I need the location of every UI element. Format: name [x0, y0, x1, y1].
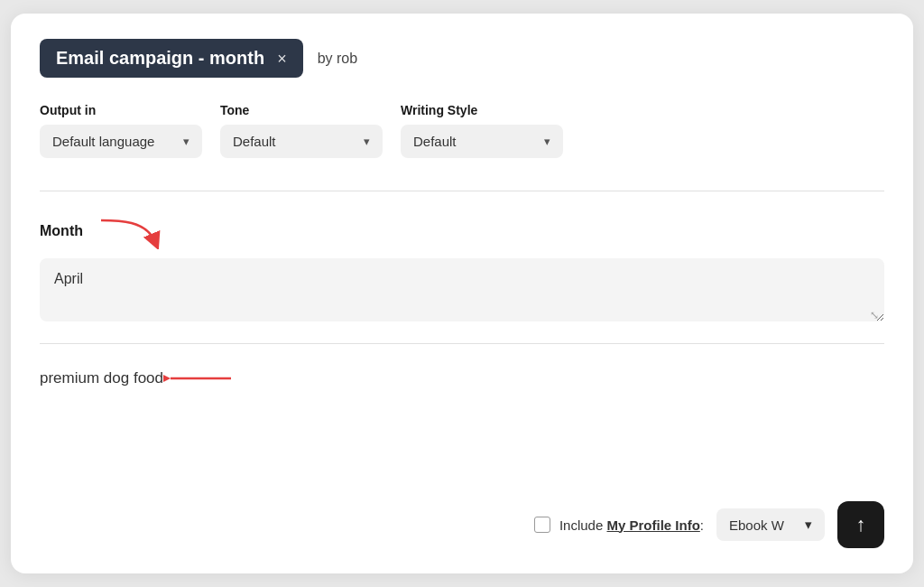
divider-top: [40, 191, 884, 191]
product-label: premium dog food: [40, 369, 163, 387]
divider-bottom: [40, 343, 884, 344]
month-section: Month ⤡: [40, 213, 884, 325]
annotation-arrow-month: [92, 213, 164, 249]
footer: Include My Profile Info: Ebook W ▾ ↑: [40, 487, 884, 548]
output-group: Output in Default language ▾: [40, 103, 202, 158]
chevron-down-icon: ▾: [183, 135, 189, 148]
header: Email campaign - month × by rob: [40, 39, 884, 78]
page-title: Email campaign - month: [56, 48, 264, 69]
annotation-arrow-product: [163, 366, 236, 391]
close-button[interactable]: ×: [277, 51, 287, 67]
tone-value: Default: [233, 134, 276, 149]
month-header: Month: [40, 213, 884, 249]
chevron-down-icon: ▾: [544, 135, 550, 148]
writing-style-value: Default: [413, 134, 457, 149]
title-badge: Email campaign - month ×: [40, 39, 303, 78]
month-input-wrapper: ⤡: [40, 258, 884, 325]
profile-dropdown-value: Ebook W: [729, 517, 784, 533]
dropdowns-row: Output in Default language ▾ Tone Defaul…: [40, 103, 884, 158]
footer-left: Include My Profile Info:: [534, 517, 704, 533]
output-value: Default language: [52, 134, 154, 149]
submit-button[interactable]: ↑: [837, 501, 884, 548]
output-dropdown[interactable]: Default language ▾: [40, 125, 202, 158]
chevron-down-icon: ▾: [364, 135, 370, 148]
writing-style-group: Writing Style Default ▾: [401, 103, 563, 158]
month-label: Month: [40, 223, 83, 239]
tone-group: Tone Default ▾: [220, 103, 383, 158]
output-label: Output in: [40, 103, 202, 117]
writing-style-label: Writing Style: [401, 103, 563, 117]
tone-dropdown[interactable]: Default ▾: [220, 125, 383, 158]
my-profile-info-link[interactable]: My Profile Info: [606, 517, 699, 533]
month-input[interactable]: [40, 258, 884, 321]
by-label: by rob: [318, 51, 357, 67]
main-card: Email campaign - month × by rob Output i…: [11, 14, 913, 573]
chevron-down-icon: ▾: [805, 517, 812, 533]
author-name: rob: [337, 51, 357, 66]
profile-info-checkbox[interactable]: [534, 517, 550, 533]
writing-style-dropdown[interactable]: Default ▾: [401, 125, 563, 158]
profile-dropdown[interactable]: Ebook W ▾: [716, 508, 825, 541]
tone-label: Tone: [220, 103, 383, 117]
product-label-row: premium dog food: [40, 366, 884, 391]
submit-icon: ↑: [856, 513, 866, 536]
include-label: Include My Profile Info:: [559, 517, 704, 533]
